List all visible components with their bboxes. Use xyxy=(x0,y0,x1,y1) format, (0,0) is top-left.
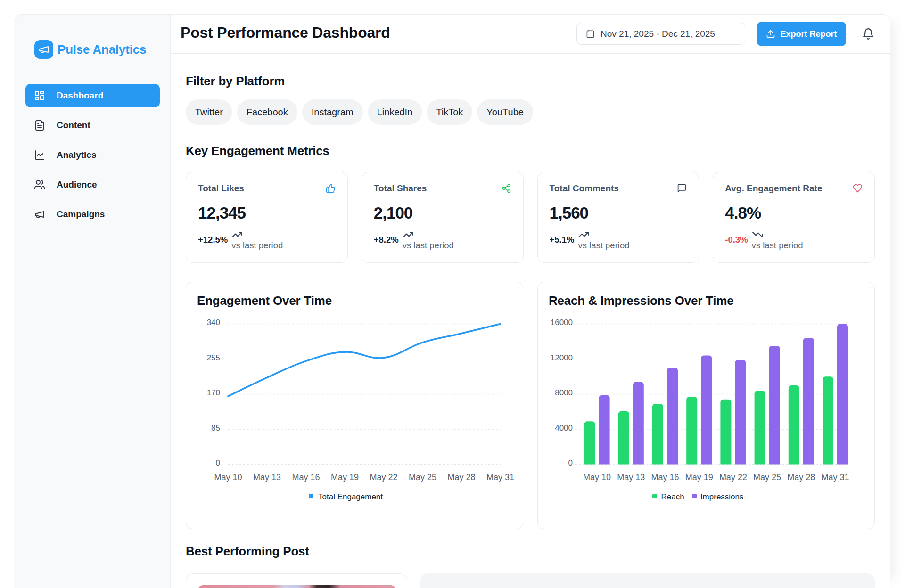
svg-text:May 13: May 13 xyxy=(617,473,645,482)
svg-text:255: 255 xyxy=(207,353,220,362)
svg-text:May 13: May 13 xyxy=(253,473,281,482)
svg-text:Reach: Reach xyxy=(661,492,684,501)
svg-text:85: 85 xyxy=(211,424,220,433)
svg-text:170: 170 xyxy=(207,388,220,397)
svg-text:12000: 12000 xyxy=(551,353,573,362)
svg-text:May 19: May 19 xyxy=(685,473,713,482)
svg-text:May 19: May 19 xyxy=(331,473,359,482)
svg-text:May 22: May 22 xyxy=(719,473,747,482)
svg-text:0: 0 xyxy=(216,458,220,467)
svg-text:May 28: May 28 xyxy=(447,473,475,482)
svg-text:May 28: May 28 xyxy=(787,473,815,482)
svg-text:May 10: May 10 xyxy=(214,473,242,482)
svg-text:4000: 4000 xyxy=(555,424,573,433)
svg-text:May 31: May 31 xyxy=(821,473,849,482)
svg-text:Impressions: Impressions xyxy=(700,492,744,501)
svg-text:May 25: May 25 xyxy=(409,473,436,482)
svg-text:16000: 16000 xyxy=(551,318,573,327)
svg-text:8000: 8000 xyxy=(555,388,573,397)
svg-text:0: 0 xyxy=(568,458,573,467)
svg-text:May 10: May 10 xyxy=(583,473,611,482)
svg-text:May 16: May 16 xyxy=(292,473,320,482)
svg-text:Total Engagement: Total Engagement xyxy=(318,492,383,501)
svg-text:May 25: May 25 xyxy=(753,473,781,482)
svg-text:May 31: May 31 xyxy=(486,473,514,482)
svg-text:340: 340 xyxy=(207,318,220,327)
svg-text:May 16: May 16 xyxy=(651,473,679,482)
svg-text:May 22: May 22 xyxy=(370,473,397,482)
